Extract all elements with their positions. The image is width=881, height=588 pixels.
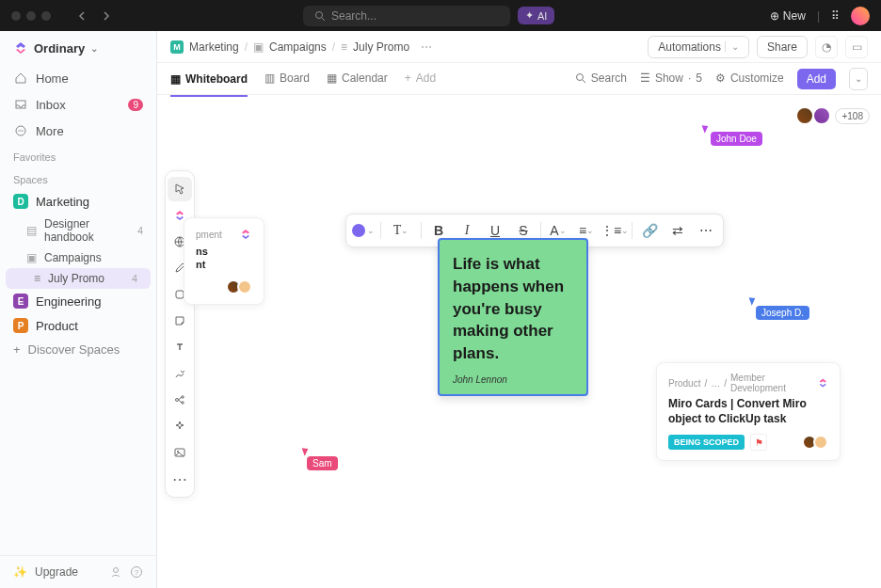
new-button[interactable]: ⊕ New — [770, 9, 806, 23]
calendar-icon: ▦ — [327, 72, 337, 85]
global-search[interactable]: Search... — [303, 6, 510, 26]
user-avatar[interactable] — [851, 7, 870, 25]
workspace-switcher[interactable]: Ordinary ⌄ — [0, 31, 156, 65]
search-view-button[interactable]: Search — [575, 72, 627, 86]
cursor-label: Sam — [307, 456, 338, 470]
tool-ai[interactable] — [168, 414, 192, 438]
person-icon[interactable] — [109, 565, 122, 579]
add-dropdown[interactable]: ⌄ — [849, 68, 868, 90]
flag-icon: ⚑ — [755, 437, 763, 448]
svg-point-14 — [182, 402, 184, 404]
crumb-list[interactable]: July Promo — [353, 40, 409, 54]
presence-more[interactable]: +108 — [835, 108, 870, 124]
task-card-partial[interactable]: pment nsnt — [184, 217, 264, 305]
window-controls — [11, 11, 51, 21]
fill-color-button[interactable]: ⌄ — [350, 218, 376, 243]
link-button[interactable]: 🔗 — [636, 218, 663, 243]
tool-more[interactable]: ⋯ — [168, 467, 192, 491]
customize-button[interactable]: ⚙ Customize — [715, 72, 784, 86]
convert-button[interactable]: ⇄ — [665, 218, 691, 243]
assignee-avatar — [237, 279, 252, 294]
forward-button[interactable] — [96, 7, 115, 25]
label: Customize — [730, 72, 784, 85]
quote-text: Life is what happens when you're busy ma… — [453, 253, 573, 365]
whiteboard-canvas[interactable]: +108 John Doe Joseph D. Sam — [157, 95, 881, 588]
whiteboard-icon: ▦ — [170, 72, 181, 86]
tool-image[interactable] — [168, 440, 192, 465]
crumb-folder[interactable]: Campaigns — [269, 40, 327, 54]
collaborator-avatar[interactable] — [812, 106, 831, 125]
sidebar-campaigns[interactable]: ▣ Campaigns — [0, 247, 156, 268]
space-engineering[interactable]: E Engineering — [0, 289, 156, 313]
add-button[interactable]: Add — [797, 69, 836, 89]
automations-label: Automations — [658, 40, 721, 54]
tool-sticky[interactable] — [168, 309, 192, 333]
space-marketing[interactable]: D Marketing — [0, 189, 156, 214]
quote-author: John Lennon — [453, 374, 573, 385]
upgrade-icon: ✨ — [13, 565, 27, 579]
help-icon[interactable]: ? — [130, 565, 143, 579]
nav-arrows — [73, 7, 115, 25]
tab-label: Calendar — [342, 72, 388, 85]
inbox-badge: 9 — [128, 99, 143, 111]
home-icon — [13, 71, 28, 86]
sidebar-inbox[interactable]: Inbox 9 — [0, 91, 156, 118]
sidebar-more[interactable]: More — [0, 118, 156, 144]
doc-icon: ▤ — [26, 224, 37, 237]
traffic-light-icon[interactable] — [11, 11, 21, 21]
share-button[interactable]: Share — [757, 36, 808, 58]
space-icon: P — [13, 318, 28, 333]
sidebar-home[interactable]: Home — [0, 65, 156, 91]
tab-calendar[interactable]: ▦ Calendar — [327, 72, 388, 86]
sidebar-july-promo[interactable]: ≡ July Promo 4 — [6, 268, 151, 289]
upgrade-button[interactable]: Upgrade — [35, 565, 78, 579]
layers-icon: ☰ — [640, 72, 650, 85]
chevron-down-icon: ⌄ — [401, 226, 408, 235]
space-product[interactable]: P Product — [0, 313, 156, 338]
svg-point-3 — [18, 130, 19, 131]
crumb-space[interactable]: Marketing — [189, 40, 239, 54]
folder-icon: ▣ — [253, 40, 264, 54]
show-count: 5 — [696, 72, 702, 85]
traffic-light-icon[interactable] — [41, 11, 51, 21]
panel-icon: ▭ — [852, 40, 862, 54]
back-button[interactable] — [73, 7, 92, 25]
more-icon — [13, 123, 28, 138]
toolbar-more[interactable]: ⋯ — [693, 218, 719, 243]
collaborator-avatar[interactable] — [795, 106, 814, 125]
folder-icon: ▣ — [26, 251, 37, 264]
tool-mindmap[interactable] — [168, 388, 192, 412]
svg-point-6 — [114, 568, 119, 573]
apps-grid-button[interactable]: ⠿ — [831, 9, 840, 23]
more-icon[interactable]: ⋯ — [421, 40, 432, 54]
remote-cursor-joseph: Joseph D. — [750, 300, 809, 320]
tool-connector[interactable] — [168, 361, 192, 386]
sticky-note-quote[interactable]: Life is what happens when you're busy ma… — [438, 238, 588, 396]
spaces-header: Spaces — [0, 167, 156, 189]
priority-flag[interactable]: ⚑ — [750, 434, 767, 451]
task-card-miro[interactable]: Product/ …/ Member Development Miro Card… — [656, 362, 841, 461]
traffic-light-icon[interactable] — [26, 11, 36, 21]
tool-select[interactable] — [168, 177, 192, 201]
chevron-down-icon: ⌄ — [725, 41, 739, 52]
sidebar-label: Home — [36, 72, 69, 86]
panel-button[interactable]: ▭ — [845, 36, 868, 58]
discover-spaces[interactable]: + Discover Spaces — [0, 338, 156, 361]
ai-button[interactable]: ✦ AI — [518, 7, 554, 24]
sidebar-designer-handbook[interactable]: ▤ Designer handbook 4 — [0, 214, 156, 247]
show-button[interactable]: ☰ Show · 5 — [640, 72, 702, 86]
cursor-label: Joseph D. — [756, 306, 809, 320]
tool-text[interactable] — [168, 335, 192, 359]
font-size-button[interactable]: T⌄ — [385, 218, 417, 243]
tab-board[interactable]: ▥ Board — [264, 72, 310, 86]
chevron-down-icon: ⌄ — [559, 226, 567, 235]
chevron-down-icon: ⌄ — [367, 226, 375, 235]
title-bar: Search... ✦ AI ⊕ New | ⠿ — [0, 0, 881, 31]
tab-add-view[interactable]: + Add — [405, 72, 436, 86]
presence-avatars: +108 — [795, 106, 870, 125]
list-button[interactable]: ⋮≡⌄ — [601, 218, 628, 243]
automations-button[interactable]: Automations ⌄ — [648, 36, 749, 58]
tab-whiteboard[interactable]: ▦ Whiteboard — [170, 72, 248, 97]
view-tabs: ▦ Whiteboard ▥ Board ▦ Calendar + Add Se… — [157, 63, 881, 95]
notify-button[interactable]: ◔ — [815, 36, 838, 58]
